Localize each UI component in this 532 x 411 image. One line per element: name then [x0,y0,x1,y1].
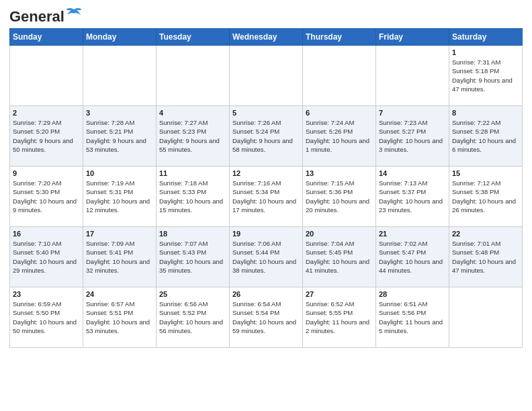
day-number: 14 [379,169,446,177]
day-number: 26 [232,290,300,298]
day-info: Sunrise: 7:06 AM Sunset: 5:44 PM Dayligh… [232,239,300,275]
day-number: 6 [306,109,373,117]
weekday-header-thursday: Thursday [303,29,376,46]
day-number: 7 [379,109,446,117]
calendar-cell: 11Sunrise: 7:18 AM Sunset: 5:33 PM Dayli… [157,167,230,227]
calendar-cell: 28Sunrise: 6:51 AM Sunset: 5:56 PM Dayli… [376,287,449,348]
day-info: Sunrise: 7:20 AM Sunset: 5:30 PM Dayligh… [13,179,80,214]
calendar-cell: 17Sunrise: 7:09 AM Sunset: 5:41 PM Dayli… [83,227,157,287]
calendar-cell: 20Sunrise: 7:04 AM Sunset: 5:45 PM Dayli… [303,227,376,287]
day-info: Sunrise: 7:15 AM Sunset: 5:36 PM Dayligh… [306,179,373,214]
day-number: 9 [13,169,80,177]
weekday-header-friday: Friday [376,29,449,46]
calendar-cell: 13Sunrise: 7:15 AM Sunset: 5:36 PM Dayli… [303,167,376,227]
calendar-cell: 5Sunrise: 7:26 AM Sunset: 5:24 PM Daylig… [230,106,303,167]
day-info: Sunrise: 7:23 AM Sunset: 5:27 PM Dayligh… [379,118,446,154]
calendar-cell: 10Sunrise: 7:19 AM Sunset: 5:31 PM Dayli… [83,167,157,227]
calendar-cell: 1Sunrise: 7:31 AM Sunset: 5:18 PM Daylig… [449,46,523,106]
day-info: Sunrise: 6:57 AM Sunset: 5:51 PM Dayligh… [86,300,153,335]
day-info: Sunrise: 7:31 AM Sunset: 5:18 PM Dayligh… [452,58,519,93]
day-number: 22 [452,230,519,238]
weekday-header-wednesday: Wednesday [230,29,303,46]
logo: General [9,7,83,23]
calendar-cell [303,46,376,106]
day-number: 18 [159,230,226,238]
day-number: 12 [232,169,300,177]
day-info: Sunrise: 6:51 AM Sunset: 5:56 PM Dayligh… [379,300,446,335]
calendar-cell: 12Sunrise: 7:16 AM Sunset: 5:34 PM Dayli… [230,167,303,227]
day-info: Sunrise: 7:28 AM Sunset: 5:21 PM Dayligh… [86,118,153,154]
day-number: 11 [159,169,226,177]
day-info: Sunrise: 7:09 AM Sunset: 5:41 PM Dayligh… [86,239,153,275]
page: General SundayMondayTuesdayWednesdayThur… [0,0,532,357]
day-info: Sunrise: 6:56 AM Sunset: 5:52 PM Dayligh… [159,300,226,335]
day-number: 13 [306,169,373,177]
calendar-cell: 4Sunrise: 7:27 AM Sunset: 5:23 PM Daylig… [157,106,230,167]
calendar-table: SundayMondayTuesdayWednesdayThursdayFrid… [9,28,523,348]
day-info: Sunrise: 6:59 AM Sunset: 5:50 PM Dayligh… [13,300,80,335]
day-info: Sunrise: 7:10 AM Sunset: 5:40 PM Dayligh… [13,239,80,275]
day-info: Sunrise: 7:13 AM Sunset: 5:37 PM Dayligh… [379,179,446,214]
day-info: Sunrise: 7:26 AM Sunset: 5:24 PM Dayligh… [232,118,300,154]
day-number: 21 [379,230,446,238]
day-number: 28 [379,290,446,298]
calendar-cell: 27Sunrise: 6:52 AM Sunset: 5:55 PM Dayli… [303,287,376,348]
weekday-header-monday: Monday [83,29,157,46]
calendar-cell: 6Sunrise: 7:24 AM Sunset: 5:26 PM Daylig… [303,106,376,167]
calendar-cell: 7Sunrise: 7:23 AM Sunset: 5:27 PM Daylig… [376,106,449,167]
day-number: 20 [306,230,373,238]
day-number: 8 [452,109,519,117]
logo-text: General [9,7,83,26]
calendar-cell: 23Sunrise: 6:59 AM Sunset: 5:50 PM Dayli… [10,287,83,348]
calendar-cell: 8Sunrise: 7:22 AM Sunset: 5:28 PM Daylig… [449,106,523,167]
calendar-cell: 25Sunrise: 6:56 AM Sunset: 5:52 PM Dayli… [157,287,230,348]
calendar-cell [376,46,449,106]
day-number: 25 [159,290,226,298]
day-number: 2 [13,109,80,117]
calendar-cell: 24Sunrise: 6:57 AM Sunset: 5:51 PM Dayli… [83,287,157,348]
calendar-cell: 16Sunrise: 7:10 AM Sunset: 5:40 PM Dayli… [10,227,83,287]
header: General [9,7,523,23]
day-info: Sunrise: 7:04 AM Sunset: 5:45 PM Dayligh… [306,239,373,275]
day-info: Sunrise: 7:27 AM Sunset: 5:23 PM Dayligh… [159,118,226,154]
day-info: Sunrise: 7:07 AM Sunset: 5:43 PM Dayligh… [159,239,226,275]
day-number: 4 [159,109,226,117]
calendar-cell: 14Sunrise: 7:13 AM Sunset: 5:37 PM Dayli… [376,167,449,227]
calendar-cell: 9Sunrise: 7:20 AM Sunset: 5:30 PM Daylig… [10,167,83,227]
day-info: Sunrise: 7:29 AM Sunset: 5:20 PM Dayligh… [13,118,80,154]
day-number: 24 [86,290,153,298]
calendar-cell: 21Sunrise: 7:02 AM Sunset: 5:47 PM Dayli… [376,227,449,287]
day-number: 16 [13,230,80,238]
day-info: Sunrise: 7:24 AM Sunset: 5:26 PM Dayligh… [306,118,373,154]
day-number: 17 [86,230,153,238]
calendar-cell: 22Sunrise: 7:01 AM Sunset: 5:48 PM Dayli… [449,227,523,287]
calendar-cell [157,46,230,106]
calendar-cell [230,46,303,106]
day-number: 23 [13,290,80,298]
calendar-cell: 15Sunrise: 7:12 AM Sunset: 5:38 PM Dayli… [449,167,523,227]
day-info: Sunrise: 7:22 AM Sunset: 5:28 PM Dayligh… [452,118,519,154]
calendar-cell: 19Sunrise: 7:06 AM Sunset: 5:44 PM Dayli… [230,227,303,287]
weekday-header-saturday: Saturday [449,29,523,46]
day-info: Sunrise: 7:18 AM Sunset: 5:33 PM Dayligh… [159,179,226,214]
day-number: 27 [306,290,373,298]
day-info: Sunrise: 7:12 AM Sunset: 5:38 PM Dayligh… [452,179,519,214]
calendar-cell [10,46,83,106]
day-number: 1 [452,48,519,56]
calendar-cell: 2Sunrise: 7:29 AM Sunset: 5:20 PM Daylig… [10,106,83,167]
day-number: 15 [452,169,519,177]
calendar-cell [449,287,523,348]
day-info: Sunrise: 6:54 AM Sunset: 5:54 PM Dayligh… [232,300,300,335]
day-info: Sunrise: 7:02 AM Sunset: 5:47 PM Dayligh… [379,239,446,275]
day-number: 10 [86,169,153,177]
weekday-header-sunday: Sunday [10,29,83,46]
day-info: Sunrise: 6:52 AM Sunset: 5:55 PM Dayligh… [306,300,373,335]
calendar-cell [83,46,157,106]
calendar-cell: 18Sunrise: 7:07 AM Sunset: 5:43 PM Dayli… [157,227,230,287]
day-info: Sunrise: 7:01 AM Sunset: 5:48 PM Dayligh… [452,239,519,275]
day-info: Sunrise: 7:16 AM Sunset: 5:34 PM Dayligh… [232,179,300,214]
weekday-header-tuesday: Tuesday [157,29,230,46]
day-info: Sunrise: 7:19 AM Sunset: 5:31 PM Dayligh… [86,179,153,214]
day-number: 5 [232,109,300,117]
day-number: 3 [86,109,153,117]
